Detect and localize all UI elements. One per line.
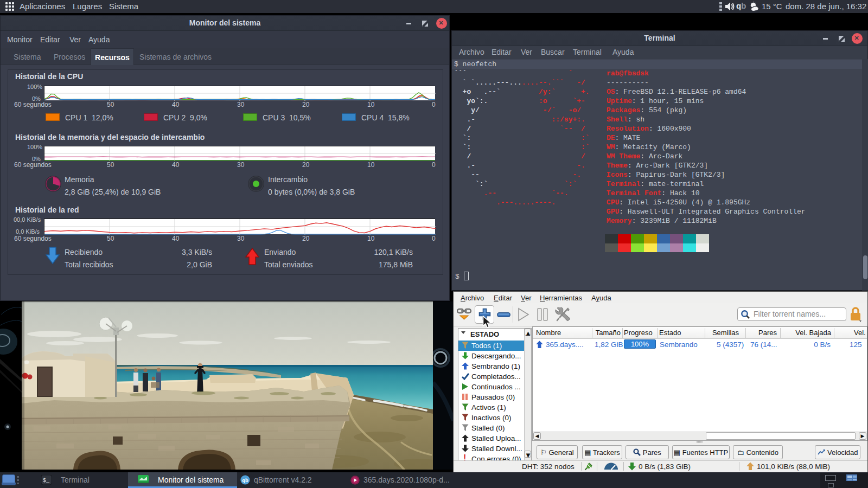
svg-text:qb: qb [242, 477, 248, 483]
svg-text:$_: $_ [43, 478, 50, 484]
